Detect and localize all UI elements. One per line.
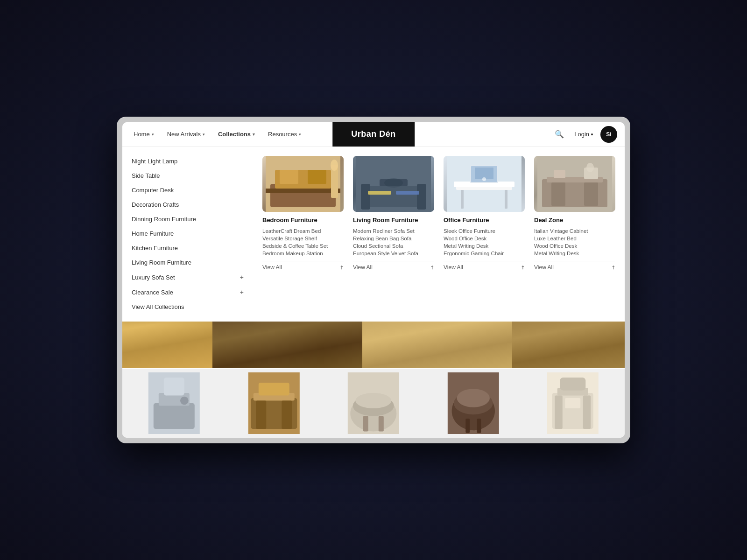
nav-home-chevron: ▾	[152, 132, 154, 137]
bedroom-item-0[interactable]: LeatherCraft Dream Bed	[262, 227, 344, 235]
signup-label: Si	[606, 131, 611, 138]
login-button[interactable]: Login	[574, 131, 593, 138]
nav-new-arrivals[interactable]: New Arrivals ▾	[167, 131, 205, 138]
living-view-all[interactable]: View All ↗	[353, 261, 434, 271]
svg-rect-9	[363, 186, 424, 207]
svg-point-32	[586, 163, 594, 172]
bedroom-view-all[interactable]: View All ↗	[262, 261, 344, 271]
collection-card-deal[interactable]: Deal Zone Italian Vintage Cabinet Luxe L…	[534, 156, 615, 312]
svg-rect-29	[584, 182, 598, 206]
product-strip	[122, 369, 625, 438]
svg-rect-3	[280, 170, 298, 184]
svg-rect-54	[465, 419, 470, 433]
svg-rect-12	[368, 191, 391, 195]
svg-rect-34	[154, 403, 195, 429]
collection-card-living[interactable]: Living Room Furniture Modern Recliner So…	[353, 156, 434, 312]
office-view-all-label: View All	[444, 264, 463, 271]
office-view-all[interactable]: View All ↗	[444, 261, 525, 271]
bedroom-item-1[interactable]: Versatile Storage Shelf	[262, 235, 344, 242]
collection-card-office[interactable]: Office Furniture Sleek Office Furniture …	[444, 156, 525, 312]
living-item-2[interactable]: Cloud Sectional Sofa	[353, 242, 434, 250]
brand-logo[interactable]: Urban Dén	[332, 122, 415, 147]
living-arrow-icon: ↗	[429, 264, 436, 271]
svg-point-47	[355, 393, 391, 408]
svg-rect-13	[396, 191, 419, 195]
office-item-3[interactable]: Ergonomic Gaming Chair	[444, 250, 525, 257]
product-thumb-3[interactable]	[325, 372, 422, 434]
nav-collections[interactable]: Collections ▾	[218, 131, 255, 138]
search-button[interactable]: 🔍	[552, 127, 567, 142]
deal-view-all[interactable]: View All ↗	[534, 261, 615, 271]
product-thumb-5[interactable]	[525, 372, 621, 434]
nav-collections-label: Collections	[218, 131, 251, 138]
office-item-1[interactable]: Wood Office Desk	[444, 235, 525, 242]
product-thumb-1[interactable]	[126, 372, 222, 434]
bedroom-view-all-label: View All	[262, 264, 282, 271]
living-item-0[interactable]: Modern Recliner Sofa Set	[353, 227, 434, 235]
svg-rect-59	[560, 378, 586, 391]
svg-rect-28	[551, 182, 565, 206]
nav-resources[interactable]: Resources ▾	[268, 131, 301, 138]
dropdown-item-view-all-collections[interactable]: View All Collections	[122, 300, 253, 314]
living-title: Living Room Furniture	[353, 217, 434, 224]
collection-card-bedroom[interactable]: Bedroom Furniture LeatherCraft Dream Bed…	[262, 156, 344, 312]
svg-rect-61	[583, 396, 591, 429]
svg-rect-60	[555, 396, 563, 429]
product-thumb-2[interactable]	[226, 372, 322, 434]
nav-home[interactable]: Home ▾	[134, 131, 154, 138]
bedroom-image	[262, 156, 344, 212]
signup-button[interactable]: Si	[600, 126, 617, 143]
dropdown-item-home-furniture[interactable]: Home Furniture	[122, 226, 253, 241]
svg-point-24	[482, 177, 486, 181]
browser-screen: Home ▾ New Arrivals ▾ Collections ▾ Reso…	[122, 122, 625, 438]
dropdown-item-kitchen-furniture[interactable]: Kitchen Furniture	[122, 241, 253, 255]
office-item-2[interactable]: Metal Writing Desk	[444, 242, 525, 250]
dropdown-left-panel: Night Light Lamp Side Table Computer Des…	[122, 147, 253, 322]
svg-rect-4	[308, 170, 326, 184]
dropdown-item-decoration-crafts[interactable]: Decoration Crafts	[122, 197, 253, 212]
bedroom-arrow-icon: ↗	[338, 264, 345, 271]
bedroom-item-2[interactable]: Bedside & Coffee Table Set	[262, 242, 344, 250]
luxury-sofa-plus-icon: +	[240, 273, 244, 281]
dropdown-item-dinning-room[interactable]: Dinning Room Furniture	[122, 212, 253, 226]
login-dot	[591, 133, 593, 135]
svg-rect-42	[256, 401, 266, 429]
nav-resources-label: Resources	[268, 131, 297, 138]
deal-item-0[interactable]: Italian Vintage Cabinet	[534, 227, 615, 235]
deal-image	[534, 156, 615, 212]
office-title: Office Furniture	[444, 217, 525, 224]
office-item-0[interactable]: Sleek Office Furniture	[444, 227, 525, 235]
living-item-1[interactable]: Relaxing Bean Bag Sofa	[353, 235, 434, 242]
dropdown-item-clearance-sale[interactable]: Clearance Sale +	[122, 285, 253, 300]
deal-item-2[interactable]: Wood Office Desk	[534, 242, 615, 250]
dropdown-item-living-room-furniture[interactable]: Living Room Furniture	[122, 255, 253, 270]
deal-item-1[interactable]: Luxe Leather Bed	[534, 235, 615, 242]
bedroom-title: Bedroom Furniture	[262, 217, 344, 224]
svg-rect-23	[505, 190, 507, 209]
nav-new-arrivals-chevron: ▾	[203, 132, 205, 137]
nav-home-label: Home	[134, 131, 150, 138]
svg-rect-55	[477, 419, 481, 433]
office-arrow-icon: ↗	[519, 264, 527, 271]
svg-rect-41	[258, 383, 289, 396]
dropdown-item-computer-desk[interactable]: Computer Desk	[122, 183, 253, 197]
nav-right: 🔍 Login Si	[552, 126, 625, 143]
deal-item-3[interactable]: Metal Writing Desk	[534, 250, 615, 257]
nav-resources-chevron: ▾	[299, 132, 301, 137]
svg-point-37	[180, 397, 189, 405]
dropdown-item-luxury-sofa-set[interactable]: Luxury Sofa Set +	[122, 270, 253, 285]
living-item-3[interactable]: European Style Velvet Sofa	[353, 250, 434, 257]
office-image	[444, 156, 525, 212]
login-label: Login	[574, 131, 589, 138]
navbar: Home ▾ New Arrivals ▾ Collections ▾ Reso…	[122, 122, 625, 147]
living-view-all-label: View All	[353, 264, 373, 271]
deal-title: Deal Zone	[534, 217, 615, 224]
dropdown-item-night-light-lamp[interactable]: Night Light Lamp	[122, 154, 253, 168]
svg-rect-5	[266, 189, 340, 193]
dropdown-item-side-table[interactable]: Side Table	[122, 168, 253, 183]
product-thumb-4[interactable]	[425, 372, 521, 434]
nav-collections-chevron: ▾	[253, 132, 255, 137]
bedroom-item-3[interactable]: Bedroom Makeup Station	[262, 250, 344, 257]
clearance-sale-plus-icon: +	[240, 288, 244, 296]
screen-container: Home ▾ New Arrivals ▾ Collections ▾ Reso…	[117, 117, 630, 443]
